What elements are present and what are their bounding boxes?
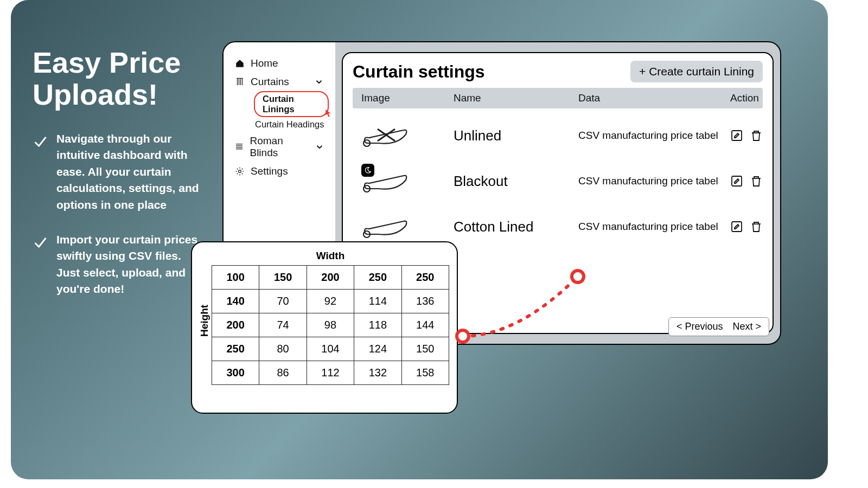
row-data: CSV manufacturing price tabel <box>578 221 730 233</box>
price-cell: 118 <box>354 313 401 337</box>
promo-bullet: Import your curtain prices swiftly using… <box>33 232 206 298</box>
col-name: Name <box>454 92 578 104</box>
pager-prev-button[interactable]: < Previous <box>676 321 723 332</box>
gear-icon <box>234 166 245 177</box>
sidebar-item-label: Settings <box>251 165 288 177</box>
moon-icon <box>361 164 374 177</box>
row-image-cotton <box>361 213 410 241</box>
price-cell: 150 <box>401 337 449 361</box>
pager: < Previous Next > <box>668 317 769 336</box>
price-cell: 86 <box>259 361 307 385</box>
row-data: CSV manufacturing price tabel <box>578 175 730 187</box>
edit-icon[interactable] <box>730 220 743 233</box>
price-cell: 92 <box>307 290 354 313</box>
home-icon <box>234 58 245 69</box>
svg-rect-4 <box>732 176 742 186</box>
price-cell: 112 <box>307 361 354 385</box>
row-name: Cotton Lined <box>454 219 578 235</box>
svg-point-0 <box>239 170 241 173</box>
sidebar-subitem-label: Curtain Headings <box>255 119 324 129</box>
sidebar-item-roman-blinds[interactable]: Roman Blinds <box>230 132 329 162</box>
row-actions <box>730 129 763 142</box>
promo-title: Easy Price Uploads! <box>33 47 206 111</box>
edit-icon[interactable] <box>730 175 743 188</box>
row-name: Unlined <box>454 127 578 144</box>
check-icon <box>33 134 48 149</box>
table-row: Unlined CSV manufacturing price tabel <box>353 113 763 158</box>
price-cell: 74 <box>259 313 307 337</box>
pager-next-button[interactable]: Next > <box>732 321 761 332</box>
check-icon <box>33 235 48 250</box>
promo-bullet: Navigate through our intuitive dashboard… <box>33 131 206 213</box>
price-cell: 136 <box>401 290 449 313</box>
page-title: Curtain settings <box>353 62 485 82</box>
col-image: Image <box>361 92 454 104</box>
col-action: Action <box>730 92 759 104</box>
main-header: Curtain settings + Create curtain Lining <box>353 61 763 82</box>
price-table-card: Height Width 100150200250250140709211413… <box>191 241 458 414</box>
price-cell: 150 <box>259 266 307 290</box>
sidebar-item-curtains[interactable]: Curtains <box>230 73 329 91</box>
blinds-icon <box>234 142 244 152</box>
price-cell: 80 <box>259 337 307 361</box>
promo-column: Easy Price Uploads! Navigate through our… <box>33 47 206 316</box>
price-cell: 158 <box>401 361 449 385</box>
marketing-panel: Easy Price Uploads! Navigate through our… <box>11 0 828 479</box>
trash-icon[interactable] <box>750 175 763 188</box>
promo-text: Navigate through our intuitive dashboard… <box>56 131 206 213</box>
row-actions <box>730 220 763 233</box>
price-cell: 250 <box>401 266 449 290</box>
price-cell: 144 <box>401 313 449 337</box>
trash-icon[interactable] <box>750 220 763 233</box>
sidebar-item-label: Home <box>251 57 278 69</box>
sidebar-subitem-curtain-linings[interactable]: Curtain Linings <box>254 91 329 117</box>
price-cell: 114 <box>354 290 401 313</box>
sidebar-subitem-label: Curtain Linings <box>263 94 295 114</box>
price-cell: 140 <box>212 290 259 313</box>
curtains-subitems: Curtain Linings Curtain Headings <box>230 91 329 132</box>
row-name: Blackout <box>454 173 578 190</box>
table-row: Blackout CSV manufacturing price tabel <box>353 158 763 204</box>
sidebar-subitem-curtain-headings[interactable]: Curtain Headings <box>254 117 329 132</box>
price-cell: 104 <box>307 337 354 361</box>
price-cell: 70 <box>259 290 307 313</box>
price-cell: 100 <box>212 266 259 290</box>
width-axis-label: Width <box>212 250 449 265</box>
price-cell: 300 <box>212 361 259 385</box>
row-data: CSV manufacturing price tabel <box>578 130 730 142</box>
chevron-down-icon <box>314 76 324 87</box>
price-cell: 250 <box>212 337 259 361</box>
price-cell: 200 <box>307 266 354 290</box>
price-cell: 250 <box>354 266 401 290</box>
table-header: Image Name Data Action <box>353 88 763 108</box>
price-cell: 200 <box>212 313 259 337</box>
height-axis-label: Height <box>197 250 212 407</box>
create-curtain-lining-button[interactable]: + Create curtain Lining <box>630 61 763 82</box>
row-actions <box>730 175 763 188</box>
sidebar-item-label: Roman Blinds <box>250 135 309 159</box>
edit-icon[interactable] <box>730 129 743 142</box>
row-image-blackout <box>361 167 410 195</box>
row-image-unlined <box>361 121 410 150</box>
sidebar-item-home[interactable]: Home <box>230 54 329 73</box>
svg-rect-5 <box>732 222 742 232</box>
sidebar-item-settings[interactable]: Settings <box>230 162 329 181</box>
chevron-down-icon <box>315 142 324 152</box>
sidebar-item-label: Curtains <box>251 76 289 88</box>
svg-rect-3 <box>732 131 742 140</box>
trash-icon[interactable] <box>750 129 763 142</box>
price-cell: 132 <box>354 361 401 385</box>
pointer-cursor-icon <box>321 108 333 120</box>
promo-text: Import your curtain prices swiftly using… <box>56 232 206 298</box>
price-table: 1001502002502501407092114136200749811814… <box>212 265 449 385</box>
price-cell: 98 <box>307 313 354 337</box>
col-data: Data <box>578 92 730 104</box>
curtains-icon <box>234 76 245 87</box>
price-cell: 124 <box>354 337 401 361</box>
